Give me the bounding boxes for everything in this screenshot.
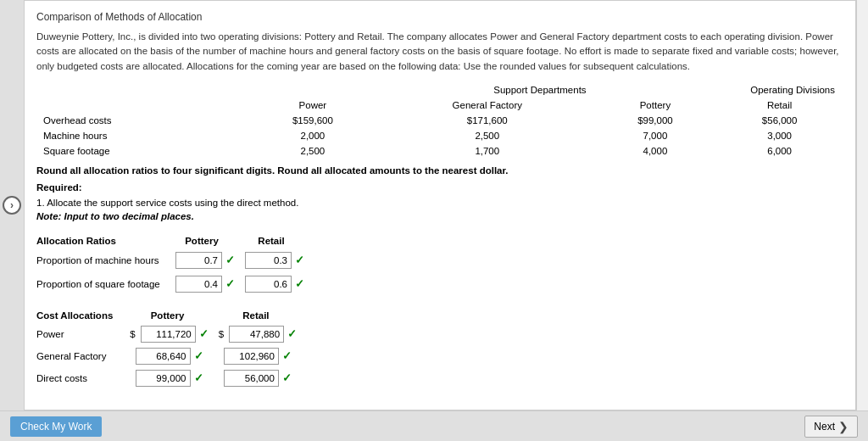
cost-pottery-cell: ✓	[136, 370, 203, 387]
cost-retail-input[interactable]	[224, 370, 279, 387]
cost-col-pottery: Pottery	[126, 308, 214, 323]
row-retail: 3,000	[717, 128, 842, 143]
pottery-dollar: $	[130, 329, 135, 339]
cost-retail-check: ✓	[282, 349, 292, 362]
cost-alloc-row: Direct costs ✓ ✓	[36, 367, 303, 389]
instruction: Round all allocation ratios to four sign…	[36, 165, 842, 176]
main-content: › Comparison of Methods of Allocation Du…	[0, 0, 868, 410]
cost-alloc-row: General Factory ✓ ✓	[36, 345, 303, 367]
cost-retail-check: ✓	[282, 371, 292, 384]
retail-ratio-cell: ✓	[245, 276, 304, 293]
row-pottery: 4,000	[593, 143, 718, 159]
row-label: Machine hours	[36, 128, 244, 143]
allocation-ratios-title: Allocation Ratios	[36, 233, 172, 248]
cost-pottery-input[interactable]	[136, 370, 191, 387]
pottery-ratio-cell: ✓	[175, 276, 235, 293]
row-label: Overhead costs	[36, 113, 244, 128]
cost-label: Direct costs	[36, 367, 126, 389]
cost-pottery-input[interactable]	[136, 348, 191, 365]
cost-retail-cell: $ ✓	[219, 326, 297, 343]
row-power: 2,500	[244, 143, 381, 159]
retail-ratio-input[interactable]	[245, 276, 292, 293]
page-title: Comparison of Methods of Allocation	[36, 11, 842, 23]
alloc-col-retail: Retail	[242, 233, 311, 248]
row-retail: 6,000	[717, 143, 842, 159]
cost-retail-check: ✓	[287, 327, 297, 340]
col-general-header: General Factory	[381, 98, 593, 113]
required-label: Required:	[36, 182, 842, 193]
page-wrapper: › Comparison of Methods of Allocation Du…	[0, 0, 868, 441]
cost-pottery-cell: $ ✓	[130, 326, 208, 343]
pottery-ratio-input[interactable]	[175, 252, 222, 269]
check-work-button[interactable]: Check My Work	[10, 416, 102, 437]
description: Duweynie Pottery, Inc., is divided into …	[36, 30, 842, 74]
cost-retail-cell: ✓	[224, 348, 292, 365]
cost-pottery-check: ✓	[194, 371, 203, 384]
data-table: Support Departments Operating Divisions …	[36, 82, 842, 159]
row-label: Square footage	[36, 143, 244, 159]
row-power: 2,000	[244, 128, 381, 143]
alloc-col-pottery: Pottery	[172, 233, 242, 248]
col-retail-header: Retail	[717, 98, 842, 113]
cost-alloc-row: Power $ ✓ $ ✓	[36, 323, 303, 345]
next-button[interactable]: Next ❯	[804, 416, 858, 438]
row-pottery: $99,000	[593, 113, 718, 128]
cost-allocations-table: Cost Allocations Pottery Retail Power $ …	[36, 308, 303, 389]
footer-bar: Check My Work Next ❯	[0, 410, 868, 441]
cost-retail-cell: ✓	[224, 370, 292, 387]
retail-dollar: $	[219, 329, 224, 339]
alloc-ratio-row: Proportion of machine hours ✓ ✓	[36, 248, 311, 272]
cost-pottery-check: ✓	[194, 349, 203, 362]
cost-label: General Factory	[36, 345, 126, 367]
allocation-ratios-table: Allocation Ratios Pottery Retail Proport…	[36, 233, 311, 296]
cost-pottery-input[interactable]	[141, 326, 196, 343]
pottery-ratio-input[interactable]	[175, 276, 222, 293]
next-label: Next	[814, 421, 835, 433]
pottery-ratio-cell: ✓	[175, 252, 235, 269]
cost-label: Power	[36, 323, 126, 345]
table-row: Overhead costs $159,600 $171,600 $99,000…	[36, 113, 842, 128]
col-power-header: Power	[244, 98, 381, 113]
cost-col-retail: Retail	[215, 308, 303, 323]
row-pottery: 7,000	[593, 128, 718, 143]
cost-pottery-check: ✓	[199, 327, 209, 340]
left-nav: ›	[0, 0, 24, 410]
retail-ratio-input[interactable]	[245, 252, 292, 269]
step1-label: 1. Allocate the support service costs us…	[36, 198, 842, 208]
pottery-ratio-check: ✓	[225, 254, 235, 266]
retail-ratio-check: ✓	[295, 254, 304, 266]
cost-alloc-title: Cost Allocations	[36, 308, 126, 323]
cost-retail-input[interactable]	[229, 326, 284, 343]
row-retail: $56,000	[717, 113, 842, 128]
nav-prev-button[interactable]: ›	[3, 196, 21, 215]
cost-retail-input[interactable]	[224, 348, 279, 365]
note-label: Note: Input to two decimal places.	[36, 211, 842, 221]
alloc-ratio-row: Proportion of square footage ✓ ✓	[36, 272, 311, 296]
ratio-label: Proportion of square footage	[36, 272, 172, 296]
row-power: $159,600	[244, 113, 381, 128]
pottery-ratio-check: ✓	[225, 277, 235, 290]
ratio-label: Proportion of machine hours	[36, 248, 172, 272]
support-header: Support Departments	[244, 82, 593, 98]
row-general: 2,500	[381, 128, 593, 143]
cost-pottery-cell: ✓	[136, 348, 203, 365]
content-area: Comparison of Methods of Allocation Duwe…	[24, 0, 856, 410]
operating-header: Operating Divisions	[593, 82, 842, 98]
table-row: Square footage 2,500 1,700 4,000 6,000	[36, 143, 842, 159]
col-pottery-header: Pottery	[593, 98, 718, 113]
retail-ratio-check: ✓	[295, 277, 304, 290]
row-general: $171,600	[381, 113, 593, 128]
table-row: Machine hours 2,000 2,500 7,000 3,000	[36, 128, 842, 143]
row-general: 1,700	[381, 143, 593, 159]
scrollbar[interactable]	[856, 0, 868, 410]
retail-ratio-cell: ✓	[245, 252, 304, 269]
next-chevron-icon: ❯	[838, 420, 849, 433]
